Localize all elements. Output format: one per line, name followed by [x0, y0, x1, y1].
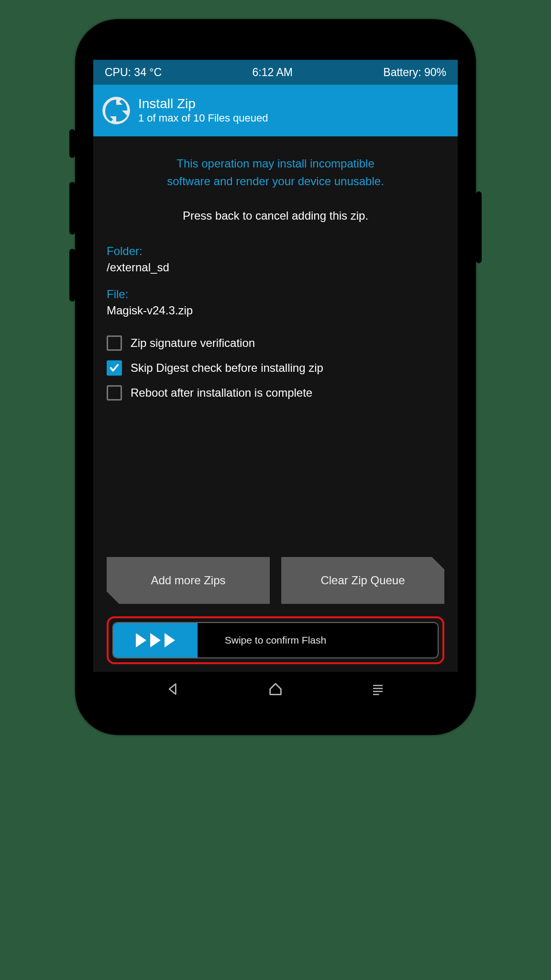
button-label: Add more Zips: [151, 574, 225, 587]
warning-line-2: software and render your device unusable…: [107, 172, 444, 190]
button-label: Clear Zip Queue: [320, 574, 405, 587]
title-bar: Install Zip 1 of max of 10 Files queued: [93, 85, 458, 136]
checkbox-label: Reboot after installation is complete: [131, 386, 312, 400]
checkbox-icon: [107, 385, 122, 401]
folder-value: /external_sd: [107, 261, 444, 274]
checkbox-label: Zip signature verification: [131, 336, 255, 350]
menu-icon: [371, 682, 385, 696]
options-list: Zip signature verification Skip Digest c…: [107, 335, 444, 401]
twrp-logo-icon: [102, 96, 131, 125]
volume-down-button: [69, 249, 75, 301]
folder-info: Folder: /external_sd: [107, 245, 444, 274]
file-value: Magisk-v24.3.zip: [107, 304, 444, 317]
clock: 6:12 AM: [253, 66, 293, 79]
battery-level: Battery: 90%: [383, 66, 446, 79]
button-row: Add more Zips Clear Zip Queue: [107, 557, 444, 604]
phone-frame: CPU: 34 °C 6:12 AM Battery: 90% Install …: [75, 19, 476, 735]
file-info: File: Magisk-v24.3.zip: [107, 288, 444, 317]
swipe-to-flash-slider[interactable]: Swipe to confirm Flash: [112, 622, 439, 658]
chevron-right-icon: [136, 633, 146, 647]
screen: CPU: 34 °C 6:12 AM Battery: 90% Install …: [93, 60, 458, 706]
add-more-zips-button[interactable]: Add more Zips: [107, 557, 270, 604]
chevron-right-icon: [150, 633, 161, 647]
content: This operation may install incompatible …: [93, 136, 458, 672]
back-icon: [165, 681, 181, 697]
chevron-right-icon: [165, 633, 175, 647]
folder-label: Folder:: [107, 245, 444, 258]
warning-text: This operation may install incompatible …: [107, 155, 444, 190]
checkbox-zip-signature[interactable]: Zip signature verification: [107, 335, 444, 351]
cancel-hint: Press back to cancel adding this zip.: [107, 209, 444, 223]
checkbox-icon: [107, 360, 122, 376]
cpu-temp: CPU: 34 °C: [105, 66, 162, 79]
checkbox-reboot-after[interactable]: Reboot after installation is complete: [107, 385, 444, 401]
menu-button[interactable]: [364, 675, 392, 703]
clear-zip-queue-button[interactable]: Clear Zip Queue: [281, 557, 444, 604]
phone-bezel: CPU: 34 °C 6:12 AM Battery: 90% Install …: [80, 24, 471, 730]
back-button[interactable]: [159, 675, 187, 703]
volume-up-button: [69, 182, 75, 234]
checkbox-label: Skip Digest check before installing zip: [131, 361, 323, 375]
nav-bar: [93, 672, 458, 706]
swipe-handle[interactable]: [113, 623, 198, 657]
silence-switch: [69, 129, 75, 158]
title-text: Install Zip 1 of max of 10 Files queued: [138, 97, 268, 125]
warning-line-1: This operation may install incompatible: [107, 155, 444, 172]
checkbox-skip-digest[interactable]: Skip Digest check before installing zip: [107, 360, 444, 376]
page-subtitle: 1 of max of 10 Files queued: [138, 112, 268, 124]
checkmark-icon: [109, 363, 120, 373]
page-title: Install Zip: [138, 97, 268, 111]
home-icon: [267, 681, 284, 697]
file-label: File:: [107, 288, 444, 301]
home-button[interactable]: [261, 675, 290, 703]
status-bar: CPU: 34 °C 6:12 AM Battery: 90%: [93, 60, 458, 85]
swipe-highlight: Swipe to confirm Flash: [107, 616, 444, 664]
checkbox-icon: [107, 335, 122, 351]
power-button: [476, 191, 482, 263]
